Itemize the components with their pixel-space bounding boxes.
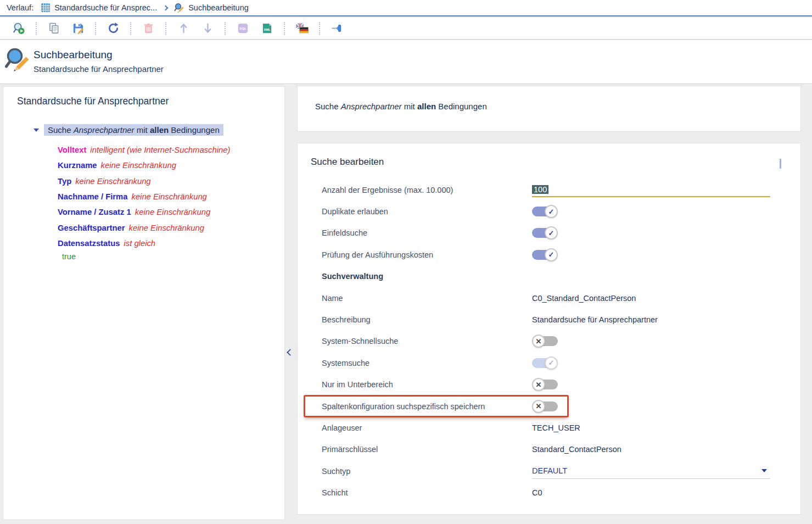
copy-button[interactable]	[47, 21, 61, 36]
breadcrumb-item-label: Standardsuche für Ansprec...	[54, 3, 157, 12]
spaltenkonfiguration-toggle[interactable]	[532, 400, 558, 413]
svg-text:SQL: SQL	[239, 26, 247, 30]
sql-file-icon: SQL	[237, 22, 249, 35]
condition-node-vorname-zusatz[interactable]: Vorname / Zusatz 1keine Einschränkung	[58, 204, 284, 220]
save-edit-icon	[72, 22, 85, 35]
pin-icon	[331, 22, 344, 35]
toolbar-separator	[284, 22, 285, 35]
move-up-button[interactable]	[176, 21, 191, 36]
search-summary-panel: Suche Ansprechpartner mit allen Bedingun…	[297, 86, 801, 132]
duplikate-erlauben-toggle[interactable]	[532, 205, 558, 218]
execute-search-button[interactable]	[12, 21, 26, 36]
system-schnellsuche-toggle[interactable]	[532, 335, 558, 348]
form-section-suchverwaltung: Suchverwaltung	[298, 266, 800, 287]
xml-file-icon: XML	[261, 22, 273, 35]
anlageuser-value: TECH_USER	[532, 423, 580, 432]
form-row-anlageuser: Anlageuser TECH_USER	[298, 417, 800, 438]
chevron-down-icon	[761, 469, 767, 472]
form-row-systemsuche: Systemsuche	[298, 352, 800, 374]
page-header: Suchbearbeitung Standardsuche für Anspre…	[0, 40, 812, 84]
form-row-pruefung: Prüfung der Ausführungskosten	[298, 244, 800, 265]
search-edit-icon	[4, 47, 31, 73]
check-icon	[545, 248, 558, 261]
x-icon	[532, 400, 545, 413]
nur-im-unterbereich-toggle[interactable]	[532, 378, 558, 391]
toolbar-separator	[319, 22, 320, 35]
breadcrumb-item-suchbearbeitung[interactable]: Suchbearbeitung	[174, 3, 249, 13]
suchtyp-select[interactable]: DEFAULT	[532, 464, 770, 479]
save-button[interactable]	[71, 21, 85, 36]
pin-button[interactable]	[330, 21, 344, 36]
chevron-up-icon	[780, 159, 781, 169]
collapse-left-panel-icon[interactable]	[287, 349, 294, 356]
einfeldsuche-toggle[interactable]	[532, 226, 558, 239]
beschreibung-value: Standardsuche für Ansprechpartner	[532, 315, 658, 324]
arrow-up-icon	[177, 22, 190, 35]
schicht-value: C0	[532, 488, 542, 497]
trash-icon	[142, 22, 155, 35]
move-down-button[interactable]	[200, 21, 215, 36]
table-icon	[41, 3, 51, 13]
page-title: Suchbearbeitung	[33, 49, 113, 61]
main-area: Standardsuche für Ansprechpartner Suche …	[0, 85, 812, 524]
refresh-button[interactable]	[106, 21, 120, 36]
form-row-beschreibung: Beschreibung Standardsuche für Ansprechp…	[298, 309, 800, 330]
delete-button[interactable]	[141, 21, 155, 36]
form-row-suchtyp: Suchtyp DEFAULT	[298, 460, 800, 482]
condition-value[interactable]: true	[62, 252, 284, 261]
toolbar-separator	[165, 22, 166, 35]
form-row-unterbereich: Nur im Unterbereich	[298, 374, 800, 395]
form-row-spaltenkonfiguration: Spaltenkonfiguration suchspezifisch spei…	[298, 395, 800, 417]
check-icon	[545, 356, 558, 370]
toolbar-separator	[36, 22, 37, 35]
primaerschluessel-value: Standard_ContactPerson	[532, 445, 621, 454]
name-value: C0_Standard_ContactPerson	[532, 294, 636, 303]
language-flags-icon	[296, 22, 309, 35]
form-row-schicht: Schicht C0	[298, 482, 800, 503]
sql-export-button[interactable]: SQL	[236, 21, 250, 36]
condition-node-volltext[interactable]: Volltextintelligent (wie Internet-Suchma…	[58, 142, 284, 158]
xml-export-button[interactable]: XML	[260, 21, 274, 36]
toolbar: SQL XML	[0, 18, 812, 40]
form-row-primaerschluessel: Primärschlüssel Standard_ContactPerson	[298, 439, 800, 460]
check-icon	[545, 226, 558, 239]
search-summary-text: Suche Ansprechpartner mit allen Bedingun…	[298, 86, 800, 111]
breadcrumb-label: Verlauf:	[7, 3, 33, 12]
collapse-section-button[interactable]	[774, 160, 786, 169]
form-rows: Anzahl der Ergebnisse (max. 10.000) 100 …	[298, 179, 800, 504]
tree-root-node[interactable]: Suche Ansprechpartner mit allen Bedingun…	[33, 124, 284, 136]
form-row-anzahl: Anzahl der Ergebnisse (max. 10.000) 100	[298, 179, 800, 200]
condition-tree-panel: Standardsuche für Ansprechpartner Suche …	[3, 86, 285, 520]
condition-node-geschaeftspartner[interactable]: Geschäftspartnerkeine Einschränkung	[58, 220, 284, 235]
chevron-right-icon	[163, 5, 169, 10]
search-edit-panel: Suche bearbeiten Anzahl der Ergebnisse (…	[297, 143, 801, 515]
condition-node-nachname-firma[interactable]: Nachname / Firmakeine Einschränkung	[58, 189, 284, 204]
copy-icon	[48, 22, 60, 35]
panel-title: Standardsuche für Ansprechpartner	[3, 87, 284, 107]
page-subtitle: Standardsuche für Ansprechpartner	[33, 64, 164, 74]
result-count-input[interactable]: 100	[532, 183, 770, 197]
condition-node-datensatzstatus[interactable]: Datensatzstatusist gleich	[58, 236, 284, 251]
tree-root-label: Suche Ansprechpartner mit allen Bedingun…	[44, 124, 223, 136]
toolbar-separator	[130, 22, 131, 35]
form-row-duplikate: Duplikate erlauben	[298, 200, 800, 222]
search-run-icon	[13, 22, 25, 35]
refresh-icon	[107, 22, 120, 35]
svg-text:XML: XML	[264, 28, 271, 31]
systemsuche-toggle	[532, 356, 558, 370]
section-title: Suche bearbeiten	[311, 157, 384, 168]
condition-node-kurzname[interactable]: Kurznamekeine Einschränkung	[58, 158, 284, 173]
language-button[interactable]	[295, 21, 309, 36]
breadcrumb-item-search-list[interactable]: Standardsuche für Ansprec...	[41, 3, 157, 13]
breadcrumb-item-label: Suchbearbeitung	[188, 3, 249, 12]
tree-children: Volltextintelligent (wie Internet-Suchma…	[58, 142, 284, 261]
ausfuehrungskosten-toggle[interactable]	[532, 248, 558, 261]
check-icon	[545, 205, 558, 218]
form-row-name: Name C0_Standard_ContactPerson	[298, 287, 800, 309]
condition-node-typ[interactable]: Typkeine Einschränkung	[58, 174, 284, 189]
expander-icon[interactable]	[33, 129, 39, 132]
toolbar-separator	[225, 22, 226, 35]
input-selected-text: 100	[532, 185, 548, 194]
toolbar-separator	[95, 22, 96, 35]
breadcrumb: Verlauf: Standardsuche für Ansprec... Su…	[0, 0, 812, 16]
